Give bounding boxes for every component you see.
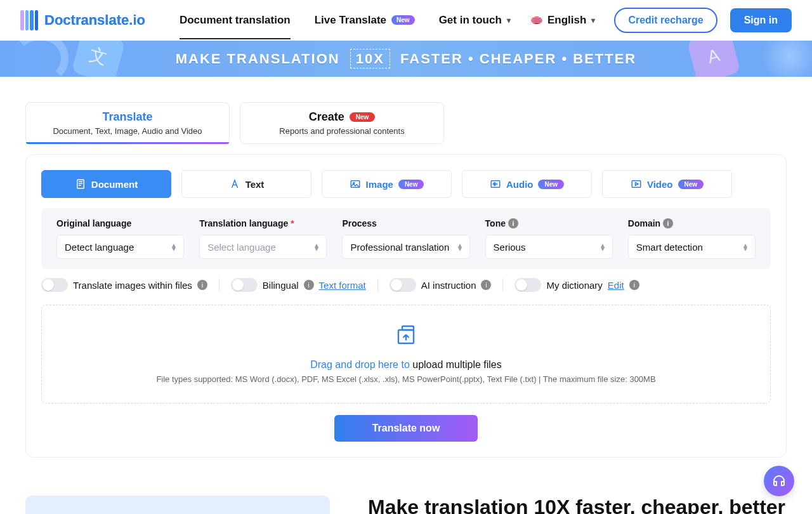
separator bbox=[377, 279, 378, 291]
bottom-headline: Make translation 10X faster, cheaper, be… bbox=[368, 496, 787, 514]
select-value: Detect language bbox=[65, 242, 134, 253]
support-fab[interactable] bbox=[764, 466, 794, 496]
new-badge: New bbox=[350, 112, 376, 122]
us-flag-icon bbox=[531, 16, 542, 24]
image-icon bbox=[350, 178, 361, 190]
video-icon bbox=[631, 178, 642, 190]
hero-headline: MAKE TRANSLATION 10X FASTER • CHEAPER • … bbox=[176, 51, 637, 67]
toggle-bilingual: Bilingual i Text format bbox=[231, 278, 366, 292]
option-tone: Tone i Serious ▴▾ bbox=[485, 218, 613, 259]
language-selector[interactable]: English ▾ bbox=[531, 14, 595, 27]
info-icon[interactable]: i bbox=[663, 218, 673, 228]
logo[interactable]: Doctranslate.io bbox=[20, 10, 145, 30]
options-bar: Original language Detect language ▴▾ Tra… bbox=[41, 208, 771, 269]
toggle-label: AI instruction bbox=[421, 280, 476, 291]
select-value: Smart detection bbox=[636, 242, 703, 253]
toggle-translate-images: Translate images within files i bbox=[41, 278, 207, 292]
text-format-link[interactable]: Text format bbox=[319, 280, 366, 291]
main-nav: Document translation Live Translate New … bbox=[180, 1, 511, 39]
decor-sphere bbox=[761, 41, 812, 77]
tone-select[interactable]: Serious ▴▾ bbox=[485, 235, 613, 259]
dropzone-text: Drag and drop here to upload multiple fi… bbox=[55, 359, 757, 371]
edit-dictionary-link[interactable]: Edit bbox=[608, 280, 624, 291]
bottom-headline-block: Make translation 10X faster, cheaper, be… bbox=[368, 496, 787, 514]
decor-swirl bbox=[11, 41, 69, 77]
separator bbox=[219, 279, 219, 291]
tab-subtitle: Document, Text, Image, Audio and Video bbox=[26, 126, 229, 136]
new-badge: New bbox=[538, 180, 564, 189]
type-tab-label: Audio bbox=[506, 179, 534, 190]
tab-title: Create bbox=[309, 110, 344, 124]
process-select[interactable]: Professional translation ▴▾ bbox=[342, 235, 469, 259]
switch-translate-images[interactable] bbox=[41, 278, 68, 292]
type-tab-label: Video bbox=[647, 179, 673, 190]
hero-banner: 文 MAKE TRANSLATION 10X FASTER • CHEAPER … bbox=[0, 41, 812, 77]
new-badge: New bbox=[398, 180, 424, 189]
select-chevrons-icon: ▴▾ bbox=[743, 243, 747, 251]
separator bbox=[502, 279, 503, 291]
signin-button[interactable]: Sign in bbox=[730, 8, 792, 32]
info-icon[interactable]: i bbox=[481, 280, 491, 290]
select-value: Serious bbox=[494, 242, 526, 253]
logo-text: Doctranslate.io bbox=[44, 12, 145, 29]
select-chevrons-icon: ▴▾ bbox=[601, 243, 605, 251]
info-icon[interactable]: i bbox=[508, 218, 518, 228]
headset-icon bbox=[771, 473, 787, 489]
switch-bilingual[interactable] bbox=[231, 278, 258, 292]
option-process: Process Professional translation ▴▾ bbox=[342, 218, 469, 259]
tab-translate[interactable]: Translate Document, Text, Image, Audio a… bbox=[25, 102, 230, 144]
nav-get-in-touch[interactable]: Get in touch ▾ bbox=[439, 1, 511, 39]
select-chevrons-icon: ▴▾ bbox=[172, 243, 176, 251]
type-tab-document[interactable]: Document bbox=[41, 170, 171, 198]
info-icon[interactable]: i bbox=[304, 280, 314, 290]
svg-rect-4 bbox=[632, 181, 641, 188]
nav-live-translate[interactable]: Live Translate New bbox=[315, 1, 415, 39]
option-label: Translation language bbox=[199, 218, 288, 228]
switch-ai-instruction[interactable] bbox=[390, 278, 416, 292]
dropzone-hint: File types supported: MS Word (.docx), P… bbox=[55, 374, 757, 384]
chevron-down-icon: ▾ bbox=[507, 16, 511, 25]
type-tab-text[interactable]: Text bbox=[181, 170, 311, 198]
required-asterisk: * bbox=[291, 218, 294, 228]
nav-document-translation[interactable]: Document translation bbox=[180, 1, 291, 39]
type-tab-label: Image bbox=[366, 179, 393, 190]
toggles-row: Translate images within files i Bilingua… bbox=[41, 278, 771, 292]
translate-now-button[interactable]: Translate now bbox=[334, 415, 478, 442]
audio-icon bbox=[490, 178, 501, 190]
tab-create[interactable]: Create New Reports and professional cont… bbox=[240, 102, 444, 144]
new-badge: New bbox=[678, 180, 704, 189]
type-tab-image[interactable]: Image New bbox=[322, 170, 452, 198]
nav-label: Get in touch bbox=[439, 14, 502, 27]
team-subscription-card[interactable]: TEAM SUBSCRIPTION bbox=[25, 496, 330, 514]
tab-subtitle: Reports and professional contents bbox=[240, 126, 443, 136]
file-dropzone[interactable]: Drag and drop here to upload multiple fi… bbox=[41, 305, 771, 404]
toggle-my-dictionary: My dictionary Edit i bbox=[514, 278, 639, 292]
type-tab-audio[interactable]: Audio New bbox=[462, 170, 592, 198]
select-value: Professional translation bbox=[350, 242, 449, 253]
switch-my-dictionary[interactable] bbox=[514, 278, 541, 292]
header-bar: Doctranslate.io Document translation Liv… bbox=[0, 0, 812, 41]
hero-10x-box: 10X bbox=[350, 49, 390, 69]
info-icon[interactable]: i bbox=[629, 280, 639, 290]
option-label: Original language bbox=[56, 218, 131, 228]
nav-label: Document translation bbox=[180, 14, 291, 27]
translation-language-select[interactable]: Select language ▴▾ bbox=[199, 235, 327, 259]
bottom-section: TEAM SUBSCRIPTION Make translation 10X f… bbox=[0, 458, 812, 514]
toggle-ai-instruction: AI instruction i bbox=[390, 278, 492, 292]
select-placeholder: Select language bbox=[207, 242, 276, 253]
upload-icon bbox=[395, 324, 417, 353]
domain-select[interactable]: Smart detection ▴▾ bbox=[628, 235, 756, 259]
toggle-label: Translate images within files bbox=[73, 280, 192, 291]
translate-panel: Document Text Image New Audio N bbox=[25, 154, 787, 458]
info-icon[interactable]: i bbox=[197, 280, 207, 290]
option-original-language: Original language Detect language ▴▾ bbox=[56, 218, 184, 259]
credit-recharge-button[interactable]: Credit recharge bbox=[614, 8, 717, 33]
text-icon bbox=[229, 178, 240, 190]
type-tab-video[interactable]: Video New bbox=[602, 170, 732, 198]
document-icon bbox=[75, 178, 86, 190]
logo-icon bbox=[20, 10, 39, 30]
decor-tile-right: A bbox=[686, 41, 741, 77]
language-label: English bbox=[547, 14, 586, 27]
original-language-select[interactable]: Detect language ▴▾ bbox=[56, 235, 184, 259]
type-tab-label: Document bbox=[91, 179, 138, 190]
